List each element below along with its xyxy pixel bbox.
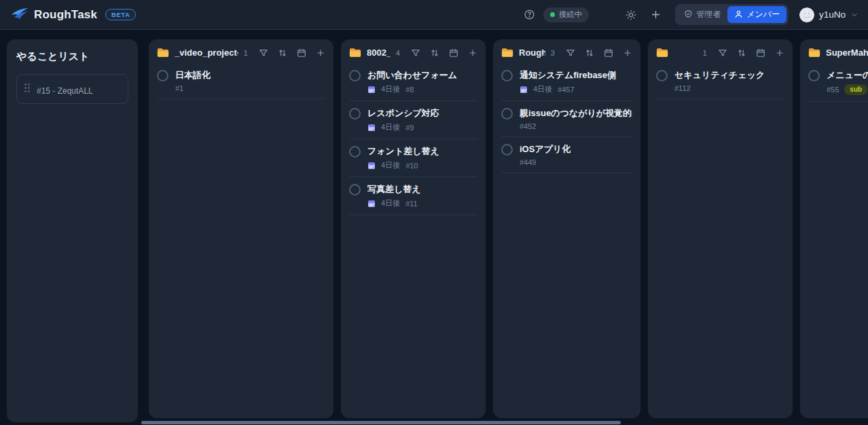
column-count: 1 — [703, 49, 707, 57]
task-checkbox[interactable] — [349, 70, 361, 81]
task-checkbox[interactable] — [501, 70, 513, 81]
role-toggle: 管理者 メンバー — [675, 4, 789, 25]
task-checkbox[interactable] — [808, 70, 820, 81]
column-header: 8002_ 4 — [341, 39, 486, 63]
task-due: 4日後 — [381, 84, 400, 94]
filter-icon[interactable] — [718, 48, 727, 58]
todo-list-item[interactable]: #15 - ZequtALL — [16, 74, 128, 104]
due-calendar-icon — [367, 86, 376, 94]
online-dot-icon — [550, 12, 555, 17]
task-checkbox[interactable] — [501, 144, 513, 155]
task-due: 4日後 — [381, 198, 400, 208]
task-title: フォント差し替え — [367, 145, 439, 157]
calendar-icon[interactable] — [604, 48, 613, 58]
help-icon[interactable] — [524, 9, 535, 20]
due-calendar-icon — [367, 200, 376, 208]
add-task-icon[interactable] — [623, 48, 632, 58]
task-title: 日本語化 — [175, 69, 211, 81]
add-task-icon[interactable] — [316, 48, 325, 58]
sort-icon[interactable] — [278, 48, 287, 58]
task-card[interactable]: iOSアプリ化 #449 — [501, 137, 632, 173]
folder-icon — [501, 48, 513, 58]
folder-icon — [808, 48, 820, 58]
app-title: RoughTask — [34, 8, 97, 22]
username-label: y1uNo — [819, 10, 846, 20]
add-task-icon[interactable] — [775, 48, 784, 58]
task-title: メニューの表示 — [827, 69, 868, 81]
drag-handle-icon[interactable] — [24, 83, 31, 93]
task-title: セキュリティチェック — [674, 69, 765, 81]
due-calendar-icon — [520, 86, 528, 94]
connection-status-badge: 接続中 — [543, 7, 590, 22]
column-count: 1 — [244, 49, 248, 57]
task-card[interactable]: セキュリティチェック #112 — [656, 63, 784, 99]
user-menu[interactable]: y1uNo — [799, 7, 858, 22]
column-title[interactable]: _video_project-master — [175, 48, 238, 58]
task-id: #11 — [405, 200, 418, 208]
chevron-down-icon — [850, 11, 858, 19]
admin-role-button[interactable]: 管理者 — [677, 6, 727, 23]
card-list: セキュリティチェック #112 — [648, 63, 793, 99]
add-project-button[interactable] — [650, 9, 662, 20]
task-card[interactable]: 通知システムfirebase側 4日後 #457 — [501, 63, 632, 101]
task-due: 4日後 — [533, 84, 552, 94]
task-card[interactable]: メニューの表示 #55 sub — [808, 63, 868, 102]
task-title: レスポンシブ対応 — [367, 107, 439, 119]
project-column: SuperMahjong メニューの表示 #55 sub — [800, 39, 868, 418]
column-title[interactable]: 8002_ — [367, 48, 391, 58]
theme-toggle-sun-icon[interactable] — [626, 10, 636, 20]
task-due: 4日後 — [381, 160, 400, 170]
task-card[interactable]: お問い合わせフォーム 4日後 #8 — [349, 63, 477, 101]
todo-list-panel: やることリスト #15 - ZequtALL — [7, 39, 138, 422]
task-title: 通知システムfirebase側 — [520, 69, 616, 81]
app-brand[interactable]: RoughTask BETA — [11, 6, 136, 24]
task-card[interactable]: レスポンシブ対応 4日後 #9 — [349, 101, 477, 139]
task-id: #457 — [558, 86, 574, 94]
person-icon — [734, 10, 743, 20]
column-header: 1 — [648, 39, 793, 63]
beta-badge: BETA — [105, 9, 136, 20]
column-title[interactable]: RoughTask — [519, 48, 545, 58]
board: やることリスト #15 - ZequtALL _video_project-ma… — [0, 30, 868, 425]
task-checkbox[interactable] — [656, 70, 668, 81]
task-id: #1 — [175, 84, 183, 92]
avatar — [799, 7, 814, 22]
top-bar: RoughTask BETA 接続中 — [0, 0, 868, 30]
task-card[interactable]: フォント差し替え 4日後 #10 — [349, 139, 477, 177]
app-logo-icon — [11, 6, 29, 24]
horizontal-scrollbar-thumb[interactable] — [141, 421, 621, 424]
sort-icon[interactable] — [737, 48, 746, 58]
task-card[interactable]: 写真差し替え 4日後 #11 — [349, 177, 477, 215]
sort-icon[interactable] — [430, 48, 439, 58]
column-header: RoughTask 3 — [493, 39, 640, 63]
project-column: RoughTask 3 通知システムfirebase側 4日後 #457 — [493, 39, 640, 418]
task-id: #8 — [405, 86, 414, 94]
task-due: 4日後 — [381, 122, 400, 132]
calendar-icon[interactable] — [756, 48, 765, 58]
sub-task-badge: sub — [844, 84, 867, 95]
task-checkbox[interactable] — [157, 70, 168, 81]
task-title: お問い合わせフォーム — [367, 69, 457, 81]
shield-icon — [684, 10, 693, 20]
filter-icon[interactable] — [566, 48, 575, 58]
task-card[interactable]: 日本語化 #1 — [157, 63, 325, 99]
admin-role-label: 管理者 — [696, 9, 721, 20]
member-role-button[interactable]: メンバー — [727, 6, 786, 23]
task-checkbox[interactable] — [349, 184, 361, 196]
task-checkbox[interactable] — [349, 146, 361, 158]
sort-icon[interactable] — [585, 48, 594, 58]
task-title: 親issueのつながりが視覚的にわかるように — [520, 107, 632, 119]
card-list: 日本語化 #1 — [149, 63, 333, 99]
filter-icon[interactable] — [411, 48, 420, 58]
task-checkbox[interactable] — [349, 108, 361, 119]
columns-row: _video_project-master 1 日本語化 #1 — [149, 39, 868, 425]
column-title[interactable]: SuperMahjong — [826, 48, 868, 58]
filter-icon[interactable] — [259, 48, 268, 58]
task-id: #449 — [520, 158, 536, 166]
task-card[interactable]: 親issueのつながりが視覚的にわかるように #452 — [501, 101, 632, 137]
connection-status-label: 接続中 — [559, 10, 583, 20]
calendar-icon[interactable] — [449, 48, 458, 58]
add-task-icon[interactable] — [468, 48, 477, 58]
calendar-icon[interactable] — [297, 48, 306, 58]
task-checkbox[interactable] — [501, 108, 513, 119]
